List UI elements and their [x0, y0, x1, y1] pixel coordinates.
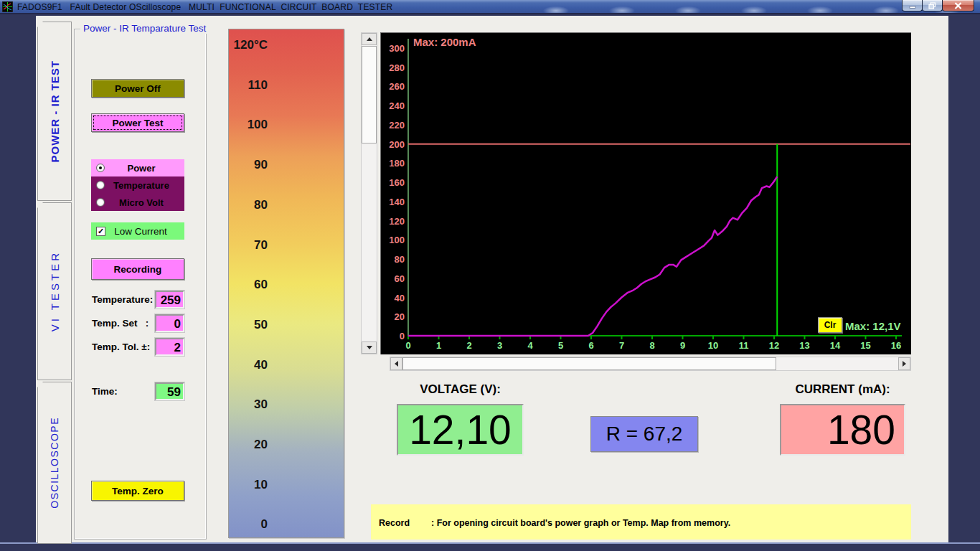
- mode-option-power[interactable]: Power: [91, 159, 184, 176]
- svg-text:11: 11: [739, 340, 749, 351]
- tab-oscilloscope-label: OSCILLOSCOPE: [49, 417, 60, 509]
- svg-text:16: 16: [891, 340, 901, 351]
- mode-option-label: Micro Volt: [91, 197, 184, 208]
- temp-scale-tick: 80: [233, 198, 268, 212]
- svg-text:12: 12: [769, 340, 779, 351]
- oscilloscope-app-icon[interactable]: [2, 1, 13, 12]
- minimize-button[interactable]: [902, 0, 923, 11]
- vertical-scroll-thumb[interactable]: [362, 46, 377, 143]
- temp-scale-tick: 10: [233, 478, 268, 492]
- time-field[interactable]: 59: [155, 382, 184, 400]
- mode-option-temperature[interactable]: Temperature: [91, 176, 184, 194]
- temp-scale-tick: 50: [233, 318, 268, 332]
- svg-text:13: 13: [799, 340, 809, 351]
- power-test-button[interactable]: Power Test: [91, 113, 184, 132]
- clear-graph-button[interactable]: Clr: [818, 317, 842, 333]
- temp-scale-tick: 30: [233, 397, 268, 412]
- svg-text:260: 260: [389, 81, 405, 92]
- svg-text:15: 15: [860, 340, 870, 351]
- svg-text:80: 80: [395, 254, 405, 265]
- tab-vi-tester[interactable]: VI TESTER: [37, 202, 72, 380]
- temp-zero-button[interactable]: Temp. Zero: [91, 481, 184, 501]
- mode-option-label: Power: [91, 163, 184, 174]
- power-off-button[interactable]: Power Off: [91, 79, 184, 98]
- svg-text:220: 220: [389, 120, 405, 131]
- scroll-left-button[interactable]: [390, 357, 402, 370]
- radio-icon[interactable]: [96, 198, 105, 207]
- time-label: Time:: [92, 386, 118, 397]
- temp-tol-label: Temp. Tol. ±:: [92, 342, 150, 352]
- restore-button[interactable]: [922, 0, 943, 11]
- mode-option-micro-volt[interactable]: Micro Volt: [91, 194, 184, 211]
- svg-text:20: 20: [395, 311, 405, 322]
- graph-vertical-scrollbar[interactable]: [361, 32, 377, 354]
- temp-scale-tick: 90: [233, 158, 268, 172]
- temp-tol-field[interactable]: 2: [155, 338, 184, 356]
- low-current-checkbox-row[interactable]: ✓ Low Current: [91, 222, 184, 240]
- close-button[interactable]: [942, 0, 974, 11]
- svg-text:8: 8: [649, 340, 654, 351]
- temp-scale-tick: 0: [233, 517, 268, 532]
- svg-text:10: 10: [708, 340, 718, 351]
- svg-text:140: 140: [389, 197, 405, 207]
- voltage-label: VOLTAGE (V):: [397, 382, 524, 397]
- temperature-scale: 120°C1101009080706050403020100: [228, 29, 344, 538]
- svg-text:300: 300: [389, 43, 405, 54]
- recording-button[interactable]: Recording: [91, 258, 184, 280]
- svg-text:3: 3: [497, 340, 502, 351]
- record-label: Record: [379, 518, 410, 528]
- title-bar[interactable]: FADOS9F1 FAult Detector OScilloscope MUL…: [0, 0, 980, 14]
- temp-scale-tick: 60: [233, 278, 268, 292]
- svg-text:180: 180: [389, 158, 405, 169]
- svg-text:240: 240: [389, 100, 405, 111]
- scroll-right-button[interactable]: [898, 357, 910, 370]
- temperature-label: Temperature:: [92, 294, 153, 305]
- tab-vi-tester-label: VI TESTER: [49, 250, 61, 331]
- svg-text:9: 9: [680, 340, 685, 351]
- arrow-right-icon: [903, 361, 906, 367]
- svg-text:280: 280: [389, 62, 405, 73]
- scroll-down-button[interactable]: [362, 342, 377, 354]
- power-graph-plot: 0204060801001201401601802002202402602803…: [380, 32, 911, 354]
- temp-set-field[interactable]: 0: [155, 314, 184, 332]
- graph-canvas: 0204060801001201401601802002202402602803…: [381, 33, 912, 355]
- tab-power-ir-test-label: POWER - IR TEST: [49, 60, 61, 163]
- arrow-down-icon: [367, 346, 372, 349]
- scroll-up-button[interactable]: [362, 33, 377, 45]
- svg-text:100: 100: [389, 235, 405, 245]
- max-current-annotation: Max: 200mA: [413, 36, 476, 48]
- temp-scale-tick: 70: [233, 238, 268, 253]
- voltage-display: 12,10: [397, 404, 524, 456]
- mode-radio-group: PowerTemperatureMicro Volt: [91, 159, 184, 211]
- panel-title: Power - IR Temparature Test: [80, 23, 209, 34]
- restore-icon: [928, 2, 936, 9]
- svg-text:6: 6: [588, 340, 593, 351]
- radio-icon[interactable]: [96, 181, 105, 189]
- svg-text:200: 200: [389, 139, 405, 150]
- horizontal-scroll-thumb[interactable]: [402, 357, 776, 370]
- svg-text:1: 1: [436, 340, 441, 351]
- arrow-left-icon: [395, 361, 398, 367]
- temperature-field[interactable]: 259: [155, 291, 184, 309]
- svg-text:0: 0: [405, 340, 410, 351]
- checkbox-checked-icon[interactable]: ✓: [96, 227, 105, 236]
- window-title: FADOS9F1 FAult Detector OScilloscope MUL…: [17, 2, 392, 12]
- radio-selected-icon[interactable]: [96, 164, 105, 172]
- temp-set-label: Temp. Set :: [92, 318, 149, 329]
- resistance-display: R = 67,2: [590, 416, 698, 452]
- svg-text:7: 7: [619, 340, 624, 351]
- window-bottom-edge: [0, 542, 980, 544]
- max-voltage-annotation: Max: 12,1V: [845, 320, 901, 332]
- minimize-icon: [909, 2, 916, 9]
- close-icon: [954, 2, 962, 9]
- mode-option-label: Temperature: [91, 180, 184, 191]
- svg-text:5: 5: [558, 340, 563, 351]
- tab-oscilloscope[interactable]: OSCILLOSCOPE: [37, 382, 72, 544]
- graph-horizontal-scrollbar[interactable]: [390, 357, 911, 371]
- tab-power-ir-test[interactable]: POWER - IR TEST: [37, 22, 72, 201]
- svg-text:0: 0: [400, 331, 405, 342]
- temp-scale-tick: 120°C: [233, 38, 268, 52]
- svg-text:2: 2: [466, 340, 471, 351]
- application-window: FADOS9F1 FAult Detector OScilloscope MUL…: [0, 0, 980, 551]
- arrow-up-icon: [367, 37, 372, 41]
